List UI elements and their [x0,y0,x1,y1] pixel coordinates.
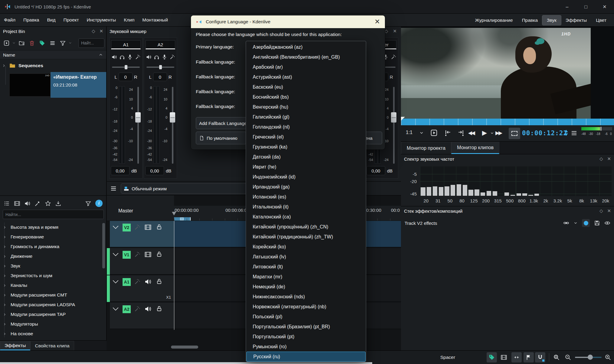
language-option[interactable]: Голландский (nl) [246,122,366,132]
bin-folder-row[interactable]: Sequences [0,61,106,71]
effects-icon[interactable] [391,54,396,60]
link-icon[interactable] [563,220,569,226]
menu-item-Монтажный[interactable]: Монтажный [138,14,172,27]
track-label-A2[interactable]: A2 [123,305,131,313]
play-icon[interactable]: ▶ [482,129,487,136]
language-option[interactable]: Норвежский (литературный) (nb) [246,302,366,312]
fader-handle[interactable] [391,112,396,123]
close-panel-icon[interactable]: ✕ [607,208,611,214]
workspace-Эффекты[interactable]: Эффекты [561,15,591,25]
workspace-Звук[interactable]: Звук [542,15,561,25]
filter-icon[interactable] [58,38,67,48]
show-keyframes-icon[interactable] [604,220,610,226]
workspace-Журналирование[interactable]: Журналирование [471,15,517,25]
effect-category[interactable]: На основе [0,329,106,339]
language-option[interactable]: Румынский (ro) [246,342,366,352]
balance-spinbox[interactable]: 0 [119,73,133,81]
effects-scrollbar[interactable] [102,223,105,268]
close-button[interactable]: ✕ [595,0,614,14]
language-option[interactable]: Итальянский (it) [246,202,366,212]
language-option[interactable]: Каталонский (ca) [246,212,366,222]
workspace-Цвет[interactable]: Цвет [591,15,611,25]
monitor-icon[interactable] [154,54,159,60]
language-option[interactable]: Русский (ru) [246,352,366,362]
language-option[interactable]: Датский (da) [246,152,366,162]
menu-item-Проект[interactable]: Проект [60,14,83,27]
menu-item-Инструменты[interactable]: Инструменты [83,14,120,27]
effect-category[interactable]: Генерирование [0,232,106,242]
track-head-A1[interactable]: A1X1 [110,275,174,302]
language-option[interactable]: Боснийский (bs) [246,92,366,102]
video-effects-icon[interactable] [14,200,20,207]
effect-category[interactable]: Движение [0,251,106,261]
zoom-slider-handle[interactable] [588,355,593,360]
language-option[interactable]: Азербайджанский (az) [246,42,366,52]
thumbnails-toggle-button[interactable] [499,352,509,362]
float-panel-icon[interactable]: ◇ [599,208,603,214]
record-icon[interactable] [162,54,167,60]
bin-name-column-header[interactable]: Name [0,50,106,59]
language-option[interactable]: Арабский (ar) [246,62,366,72]
close-panel-icon[interactable]: ✕ [607,156,611,162]
maximize-button[interactable]: □ [576,0,595,14]
tab-Эффекты[interactable]: Эффекты [0,341,30,350]
tag-button[interactable] [38,38,47,48]
gain-value[interactable]: 0,00 [145,166,164,175]
filter-dropdown-icon[interactable] [68,41,72,45]
close-panel-icon[interactable]: ✕ [393,28,397,34]
zoom-fit-button[interactable] [551,352,562,362]
language-option[interactable]: Иврит (he) [246,162,366,172]
audio-thumbnails-toggle-button[interactable] [511,352,522,362]
volume-fader[interactable] [390,86,397,165]
effect-category[interactable]: Модули расширения LADSPA [0,300,106,310]
effect-category[interactable]: Модули расширения CMT [0,290,106,300]
track-label-A1[interactable]: A1 [123,278,131,286]
menu-item-Правка[interactable]: Правка [19,14,43,27]
zoom-out-button[interactable] [563,352,573,362]
bin-search-input[interactable] [78,38,104,48]
zoom-in-button[interactable] [603,352,613,362]
timeline-zoom-slider[interactable] [575,357,602,358]
mixer-channel-name[interactable]: A2 [146,40,175,49]
fast-forward-icon[interactable]: ▶▶ [495,130,501,136]
monitor-icon[interactable] [119,54,125,60]
volume-fader[interactable] [134,86,142,165]
volume-fader[interactable] [169,86,176,165]
gain-value[interactable]: 0,00 [111,166,130,175]
language-option[interactable]: Литовский (lt) [246,262,366,272]
tab-Свойства клипа[interactable]: Свойства клипа [30,341,74,350]
bin-menu-icon[interactable] [48,38,57,48]
snap-toggle-button[interactable] [535,352,545,362]
language-option[interactable]: Португальский (Бразилия) (pt_BR) [246,322,366,332]
show-all-effects-icon[interactable] [4,200,10,207]
markers-toggle-button[interactable] [524,352,534,362]
minimize-button[interactable]: – [558,0,576,14]
workspace-Правка[interactable]: Правка [517,15,542,25]
effect-category[interactable]: Звук [0,261,106,271]
float-panel-icon[interactable]: ◇ [599,156,603,162]
audio-effects-icon[interactable] [24,200,31,207]
menu-item-Файл[interactable]: Файл [0,14,19,27]
language-option[interactable]: Астурийский (ast) [246,72,366,82]
language-option[interactable]: Немецкий (de) [246,282,366,292]
language-option[interactable]: Ирландский (ga) [246,182,366,192]
monitor-menu-icon[interactable] [570,130,578,137]
zone-out-icon[interactable] [457,129,465,137]
monitor-timecode[interactable]: 00:00:12:22 [522,130,567,137]
effect-category[interactable]: Каналы [0,280,106,290]
effects-icon[interactable] [169,54,175,60]
menu-item-Вид[interactable]: Вид [43,14,59,27]
zone-in-icon[interactable] [444,129,451,137]
balance-spinbox[interactable]: 0 [153,73,167,81]
tab-Монитор проекта[interactable]: Монитор проекта [401,142,451,154]
fader-handle[interactable] [170,112,175,123]
balance-handle[interactable] [125,65,127,69]
mixer-channel-name[interactable]: A1 [111,40,141,49]
record-icon[interactable] [127,54,133,60]
language-option[interactable]: Венгерский (hu) [246,102,366,112]
effects-search-input[interactable] [3,210,104,219]
language-option[interactable]: Китайский (упрощённый) (zh_CN) [246,222,366,232]
add-clip-button[interactable] [2,38,11,48]
language-option[interactable]: Польский (pl) [246,312,366,322]
balance-slider[interactable] [112,65,140,69]
